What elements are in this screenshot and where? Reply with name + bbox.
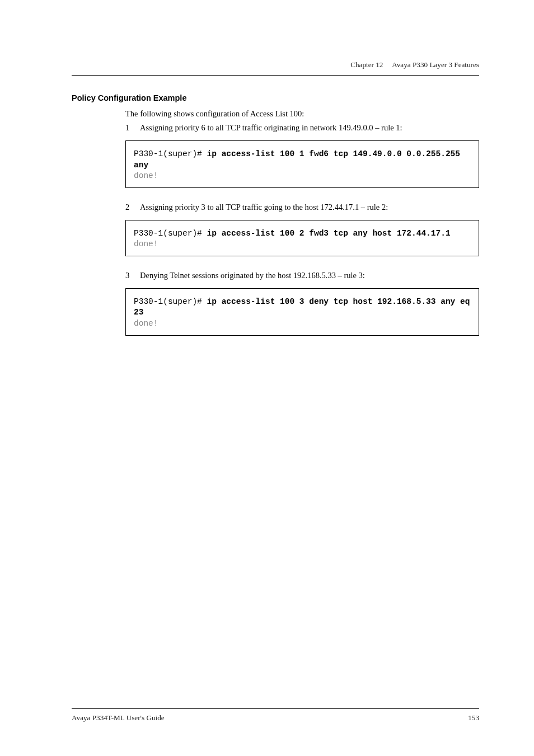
header-divider [72, 75, 479, 76]
code-output: done! [134, 239, 471, 250]
section-heading: Policy Configuration Example [72, 93, 479, 102]
code-block: P330-1(super)# ip access-list 100 2 fwd3… [125, 220, 479, 256]
footer-page-number: 153 [468, 713, 479, 722]
chapter-title: Avaya P330 Layer 3 Features [392, 60, 479, 69]
page-header: Chapter 12 Avaya P330 Layer 3 Features [72, 60, 479, 69]
item-number: 3 [125, 270, 140, 281]
code-output: done! [134, 318, 471, 330]
code-command: P330-1(super)# ip access-list 100 1 fwd6… [134, 149, 471, 171]
code-prompt: P330-1(super)# [134, 297, 207, 306]
item-text: Assigning priority 3 to all TCP traffic … [140, 201, 388, 213]
footer-divider [72, 708, 479, 709]
list-item: 2 Assigning priority 3 to all TCP traffi… [125, 201, 479, 213]
code-output: done! [134, 171, 471, 182]
list-item: 1 Assigning priority 6 to all TCP traffi… [125, 122, 479, 134]
code-command: P330-1(super)# ip access-list 100 3 deny… [134, 297, 471, 318]
code-block: P330-1(super)# ip access-list 100 3 deny… [125, 288, 479, 336]
chapter-label: Chapter 12 [350, 60, 383, 69]
code-bold: ip access-list 100 2 fwd3 tcp any host 1… [207, 229, 451, 238]
code-block: P330-1(super)# ip access-list 100 1 fwd6… [125, 140, 479, 188]
code-prompt: P330-1(super)# [134, 229, 207, 238]
item-text: Denying Telnet sessions originated by th… [140, 270, 365, 281]
item-text: Assigning priority 6 to all TCP traffic … [140, 122, 402, 134]
intro-text: The following shows configuration of Acc… [125, 108, 479, 120]
list-item: 3 Denying Telnet sessions originated by … [125, 270, 479, 281]
page-footer: Avaya P334T-ML User's Guide 153 [72, 708, 479, 722]
item-number: 1 [125, 122, 140, 134]
code-prompt: P330-1(super)# [134, 149, 207, 158]
footer-left: Avaya P334T-ML User's Guide [72, 713, 165, 722]
item-number: 2 [125, 201, 140, 213]
code-command: P330-1(super)# ip access-list 100 2 fwd3… [134, 228, 471, 240]
